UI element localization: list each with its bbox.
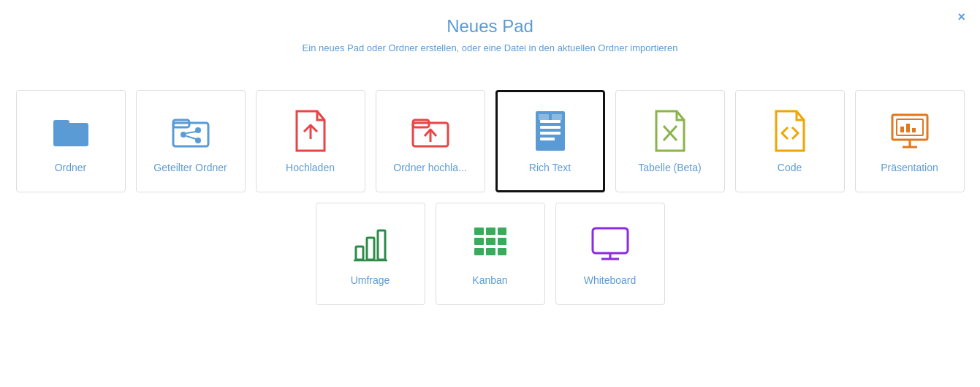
pad-item-ordner[interactable]: Ordner	[16, 90, 126, 192]
ordner-hochla-icon	[409, 109, 452, 153]
modal-subtitle: Ein neues Pad oder Ordner erstellen, ode…	[303, 42, 678, 53]
code-label: Code	[778, 162, 802, 173]
svg-rect-28	[912, 128, 916, 132]
pad-item-ordner-hochla[interactable]: Ordner hochla...	[376, 90, 485, 192]
ordner-hochla-label: Ordner hochla...	[393, 162, 466, 173]
svg-rect-26	[900, 127, 904, 132]
tabelle-beta-label: Tabelle (Beta)	[638, 162, 701, 173]
svg-rect-36	[474, 238, 484, 245]
svg-rect-38	[498, 238, 506, 245]
svg-rect-15	[540, 126, 561, 129]
ordner-label: Ordner	[55, 162, 87, 173]
svg-rect-33	[474, 228, 484, 235]
svg-rect-31	[378, 230, 385, 260]
svg-line-7	[186, 132, 196, 133]
svg-point-4	[181, 132, 186, 138]
pad-item-geteilter-ordner[interactable]: Geteilter Ordner	[136, 90, 246, 192]
kanban-label: Kanban	[472, 274, 507, 286]
svg-rect-39	[474, 248, 484, 255]
svg-rect-1	[53, 120, 69, 127]
svg-rect-41	[498, 248, 506, 255]
svg-rect-17	[540, 138, 555, 140]
pad-item-rich-text[interactable]: Rich Text	[495, 90, 605, 192]
svg-line-8	[186, 136, 196, 139]
svg-rect-27	[906, 124, 910, 132]
praesentation-icon	[888, 109, 932, 153]
pad-items-row-2: Umfrage Kanban	[316, 203, 665, 305]
pad-item-code[interactable]: Code	[735, 90, 845, 192]
pad-item-kanban[interactable]: Kanban	[436, 203, 545, 305]
pad-item-tabelle-beta[interactable]: Tabelle (Beta)	[615, 90, 725, 192]
svg-rect-37	[486, 238, 495, 245]
modal-title: Neues Pad	[447, 16, 533, 37]
svg-rect-34	[486, 228, 495, 235]
hochladen-icon	[289, 109, 333, 153]
rich-text-label: Rich Text	[529, 162, 571, 173]
umfrage-icon	[349, 222, 392, 266]
pad-item-praesentation[interactable]: Präsentation	[855, 90, 965, 192]
svg-rect-18	[539, 114, 549, 120]
svg-rect-35	[498, 228, 506, 235]
svg-rect-19	[552, 114, 562, 120]
close-button[interactable]: ×	[957, 10, 965, 23]
svg-rect-14	[540, 120, 561, 123]
pad-items-row-1: Ordner Geteilter Ordner	[16, 90, 965, 192]
pad-item-hochladen[interactable]: Hochladen	[256, 90, 365, 192]
whiteboard-icon	[588, 222, 632, 266]
svg-rect-30	[367, 238, 374, 260]
geteilter-ordner-label: Geteilter Ordner	[153, 162, 227, 173]
pad-item-whiteboard[interactable]: Whiteboard	[555, 203, 665, 305]
svg-point-5	[195, 127, 201, 133]
kanban-icon	[468, 222, 512, 266]
umfrage-label: Umfrage	[351, 274, 390, 286]
tabelle-beta-icon	[648, 109, 692, 153]
hochladen-label: Hochladen	[286, 162, 335, 173]
praesentation-label: Präsentation	[881, 162, 938, 173]
rich-text-icon	[528, 109, 572, 153]
ordner-icon	[49, 109, 93, 153]
whiteboard-label: Whiteboard	[584, 274, 637, 286]
svg-rect-40	[486, 248, 495, 255]
geteilter-ordner-icon	[169, 109, 213, 153]
svg-rect-16	[540, 132, 561, 135]
modal-container: × Neues Pad Ein neues Pad oder Ordner er…	[0, 0, 980, 387]
svg-rect-42	[593, 228, 628, 253]
svg-rect-29	[356, 247, 363, 260]
pad-item-umfrage[interactable]: Umfrage	[316, 203, 425, 305]
code-icon	[768, 109, 812, 153]
